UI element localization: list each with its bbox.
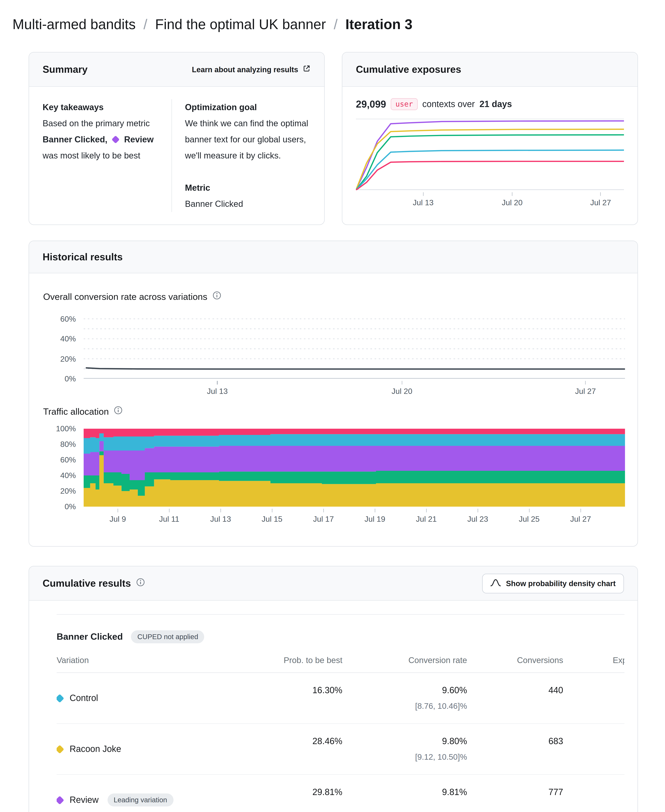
y-tick-label: 40%	[45, 471, 76, 480]
x-tick-label: Jul 21	[416, 514, 437, 523]
x-tick-label: Jul 27	[570, 514, 591, 523]
exposures-card-header: Cumulative exposures	[342, 52, 637, 87]
column-header-variation: Variation	[57, 656, 249, 665]
top-cards-row: Summary Learn about analyzing results Ke…	[29, 52, 638, 225]
breadcrumb: Multi-armed bandits / Find the optimal U…	[13, 16, 652, 33]
variation-color-diamond-icon	[57, 745, 64, 753]
x-tick-label: Jul 13	[207, 387, 228, 395]
context-type-chip: user	[391, 98, 418, 110]
show-probability-density-button[interactable]: Show probability density chart	[482, 574, 624, 593]
variation-cell: Racoon Joke	[57, 735, 249, 763]
breadcrumb-separator: /	[334, 16, 338, 33]
x-tick-label: Jul 17	[313, 514, 334, 523]
conversion-rate-cell: 9.81%	[342, 786, 467, 812]
key-takeaways-text: Based on the primary metric Banner Click…	[43, 115, 160, 164]
key-takeaways-section: Key takeaways Based on the primary metri…	[43, 99, 172, 212]
exposures-body: 29,099 user contexts over 21 days Jul 13…	[342, 87, 637, 219]
leading-variation-badge: Leading variation	[107, 794, 173, 807]
variation-name: Review	[70, 795, 98, 805]
table-row: Control16.30% 9.60%[8.76, 10.46]%440	[57, 673, 624, 724]
y-tick-label: 20%	[45, 354, 76, 364]
traffic-stacked-area-chart	[84, 429, 625, 507]
table-row: ReviewLeading variation29.81% 9.81% 777	[57, 775, 624, 812]
breadcrumb-item-experiment[interactable]: Find the optimal UK banner	[155, 16, 326, 33]
column-header-exposures: Exposures	[563, 656, 624, 665]
variation-color-diamond-icon	[57, 796, 64, 804]
traffic-y-axis: 0%20%40%60%80%100%	[43, 429, 84, 527]
results-table-header: VariationProb. to be bestConversion rate…	[57, 656, 624, 673]
density-curve-icon	[490, 579, 501, 588]
y-tick-label: 0%	[45, 502, 76, 511]
conversion-heading-label: Overall conversion rate across variation…	[43, 291, 207, 302]
variation-color-diamond-icon	[57, 694, 64, 702]
breadcrumb-item-bandits[interactable]: Multi-armed bandits	[13, 16, 136, 33]
conversion-line-chart	[84, 314, 625, 379]
exposures-title: Cumulative exposures	[356, 64, 461, 75]
learn-about-results-link[interactable]: Learn about analyzing results	[192, 64, 311, 74]
traffic-allocation-chart: 0%20%40%60%80%100% Jul 9Jul 11Jul 13Jul …	[29, 429, 637, 527]
x-tick-label: Jul 27	[575, 387, 596, 395]
conversion-rate-section-heading: Overall conversion rate across variation…	[43, 291, 637, 302]
info-icon[interactable]	[136, 577, 145, 589]
key-takeaways-heading: Key takeaways	[43, 99, 160, 115]
exposures-count: 29,099	[356, 98, 386, 110]
x-tick-mark	[220, 509, 221, 512]
density-button-label: Show probability density chart	[506, 579, 616, 587]
kt-metric-name: Banner Clicked,	[43, 135, 107, 144]
x-tick-mark	[423, 192, 423, 196]
column-header-conversions: Conversions	[467, 656, 563, 665]
exposures-cell	[563, 735, 624, 763]
y-tick-label: 60%	[45, 314, 76, 323]
exposures-stat-line: 29,099 user contexts over 21 days	[356, 98, 624, 110]
results-table: VariationProb. to be bestConversion rate…	[57, 656, 624, 812]
exposures-cell	[563, 684, 624, 712]
kt-text-2: was most likely to be best	[43, 151, 140, 160]
exposures-infix: contexts over	[423, 99, 475, 110]
variation-cell: ReviewLeading variation	[57, 786, 249, 812]
y-tick-label: 20%	[45, 486, 76, 496]
x-tick-mark	[512, 192, 513, 196]
x-tick-mark	[426, 509, 427, 512]
info-icon[interactable]	[114, 406, 123, 417]
x-tick-mark	[477, 509, 478, 512]
summary-title: Summary	[43, 64, 88, 75]
y-tick-label: 0%	[45, 374, 76, 384]
kt-text-1: Based on the primary metric	[43, 118, 150, 128]
variation-name: Racoon Joke	[70, 744, 121, 754]
prob-to-be-best-cell: 16.30%	[249, 684, 342, 712]
cumulative-exposures-chart: Jul 13Jul 20Jul 27	[356, 118, 624, 210]
conversions-cell: 440	[467, 684, 563, 712]
prob-to-be-best-cell: 28.46%	[249, 735, 342, 763]
historical-title: Historical results	[43, 251, 123, 263]
cumulative-results-card: Cumulative results Show probability dens…	[29, 566, 638, 812]
conversion-rate-cell: 9.60%[8.76, 10.46]%	[342, 684, 467, 712]
x-tick-mark	[323, 509, 324, 512]
breadcrumb-separator: /	[143, 16, 147, 33]
x-tick-label: Jul 23	[467, 514, 488, 523]
cumulative-results-title: Cumulative results	[43, 577, 145, 589]
kt-variation-name: Review	[124, 135, 154, 144]
historical-results-card: Historical results Overall conversion ra…	[29, 241, 638, 547]
x-tick-mark	[600, 192, 601, 196]
column-header-conversion-rate: Conversion rate	[342, 656, 467, 665]
metric-value: Banner Clicked	[185, 196, 311, 212]
exposures-line-chart	[356, 118, 624, 190]
x-tick-mark	[401, 381, 402, 384]
x-tick-mark	[585, 381, 586, 384]
metric-row: Banner Clicked CUPED not applied	[57, 630, 624, 643]
conversions-cell: 683	[467, 735, 563, 763]
cuped-badge: CUPED not applied	[131, 630, 204, 643]
cumulative-results-header: Cumulative results Show probability dens…	[29, 566, 637, 601]
historical-card-header: Historical results	[29, 241, 637, 273]
x-tick-label: Jul 20	[502, 198, 522, 207]
x-tick-mark	[375, 509, 375, 512]
conversion-rate-cell: 9.80%[9.12, 10.50]%	[342, 735, 467, 763]
page: Multi-armed bandits / Find the optimal U…	[0, 0, 665, 812]
conversion-y-axis: 0%20%40%60%	[43, 314, 84, 399]
info-icon[interactable]	[213, 291, 221, 302]
metric-heading: Metric	[185, 180, 311, 196]
traffic-heading-label: Traffic allocation	[43, 406, 109, 417]
cumulative-results-label: Cumulative results	[43, 577, 131, 589]
x-tick-label: Jul 20	[391, 387, 412, 395]
y-tick-label: 40%	[45, 334, 76, 343]
